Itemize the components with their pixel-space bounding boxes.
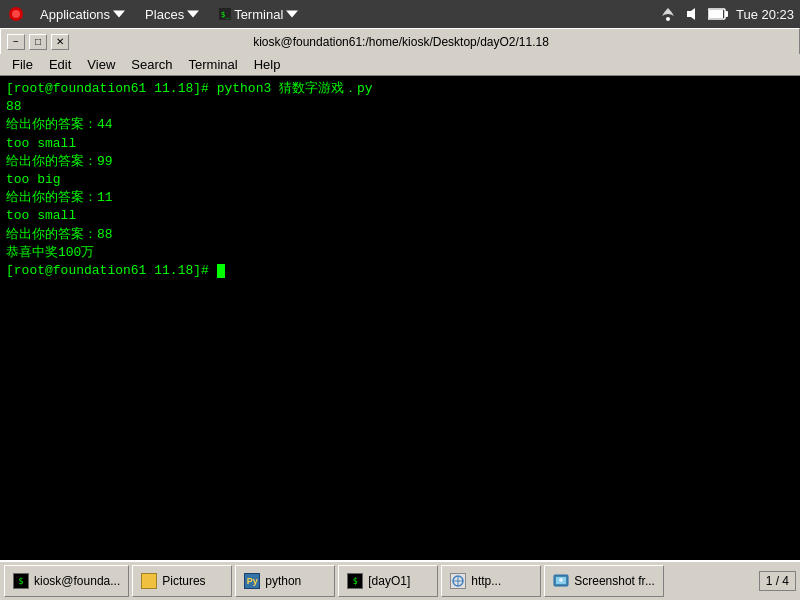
network-icon xyxy=(660,6,676,22)
svg-point-14 xyxy=(559,578,563,582)
menu-bar: File Edit View Search Terminal Help xyxy=(0,54,800,76)
taskbar-label-http: http... xyxy=(471,574,501,588)
chevron-down-icon xyxy=(187,8,199,20)
taskbar-label-terminal: kiosk@founda... xyxy=(34,574,120,588)
places-menu[interactable]: Places xyxy=(137,5,207,24)
taskbar-item-pictures[interactable]: Pictures xyxy=(132,565,232,597)
folder-taskbar-icon xyxy=(141,573,157,589)
taskbar-item-screenshot[interactable]: Screenshot fr... xyxy=(544,565,664,597)
menu-search[interactable]: Search xyxy=(123,55,180,74)
system-bar-left: Applications Places $_ Terminal xyxy=(6,4,306,24)
browser-icon xyxy=(452,575,464,587)
minimize-button[interactable]: − xyxy=(7,34,25,50)
taskbar-right: 1 / 4 xyxy=(759,571,796,591)
menu-file[interactable]: File xyxy=(4,55,41,74)
distro-icon xyxy=(8,6,24,22)
system-bar: Applications Places $_ Terminal xyxy=(0,0,800,28)
applications-menu[interactable]: Applications xyxy=(32,5,133,24)
svg-point-4 xyxy=(666,17,670,21)
clock: Tue 20:23 xyxy=(736,7,794,22)
taskbar-label-day01: [dayO1] xyxy=(368,574,410,588)
terminal-title: kiosk@foundation61:/home/kiosk/Desktop/d… xyxy=(69,35,733,49)
chevron-down-icon xyxy=(113,8,125,20)
menu-help[interactable]: Help xyxy=(246,55,289,74)
taskbar-item-http[interactable]: http... xyxy=(441,565,541,597)
svg-rect-5 xyxy=(687,11,691,17)
chevron-down-icon xyxy=(286,8,298,20)
terminal-menu[interactable]: $_ Terminal xyxy=(211,5,306,24)
taskbar-item-terminal[interactable]: $ kiosk@founda... xyxy=(4,565,129,597)
menu-view[interactable]: View xyxy=(79,55,123,74)
battery-icon xyxy=(708,7,728,21)
workspace-pager[interactable]: 1 / 4 xyxy=(759,571,796,591)
taskbar-label-python: python xyxy=(265,574,301,588)
python-taskbar-icon: Py xyxy=(244,573,260,589)
http-taskbar-icon xyxy=(450,573,466,589)
terminal-window: − □ ✕ kiosk@foundation61:/home/kiosk/Des… xyxy=(0,28,800,560)
svg-rect-7 xyxy=(725,11,728,17)
cursor xyxy=(217,264,225,278)
screenshot-icon xyxy=(553,573,569,589)
maximize-button[interactable]: □ xyxy=(29,34,47,50)
close-button[interactable]: ✕ xyxy=(51,34,69,50)
terminal-icon: $_ xyxy=(219,8,231,20)
taskbar-item-python[interactable]: Py python xyxy=(235,565,335,597)
day01-taskbar-icon: $ xyxy=(347,573,363,589)
taskbar-item-day01[interactable]: $ [dayO1] xyxy=(338,565,438,597)
svg-text:$_: $_ xyxy=(221,10,231,19)
taskbar: $ kiosk@founda... Pictures Py python $ [… xyxy=(0,560,800,600)
window-controls: − □ ✕ xyxy=(7,34,69,50)
svg-point-1 xyxy=(12,10,20,18)
system-bar-right: Tue 20:23 xyxy=(660,6,794,22)
menu-edit[interactable]: Edit xyxy=(41,55,79,74)
sound-icon xyxy=(684,6,700,22)
menu-terminal[interactable]: Terminal xyxy=(181,55,246,74)
taskbar-label-pictures: Pictures xyxy=(162,574,205,588)
folder-icon xyxy=(143,576,155,586)
terminal-titlebar: − □ ✕ kiosk@foundation61:/home/kiosk/Des… xyxy=(0,28,800,54)
svg-rect-8 xyxy=(709,10,723,18)
taskbar-label-screenshot: Screenshot fr... xyxy=(574,574,655,588)
terminal-taskbar-icon: $ xyxy=(13,573,29,589)
terminal-content[interactable]: [root@foundation61 11.18]# python3 猜数字游戏… xyxy=(0,76,800,560)
screenshot-taskbar-icon xyxy=(553,573,569,589)
